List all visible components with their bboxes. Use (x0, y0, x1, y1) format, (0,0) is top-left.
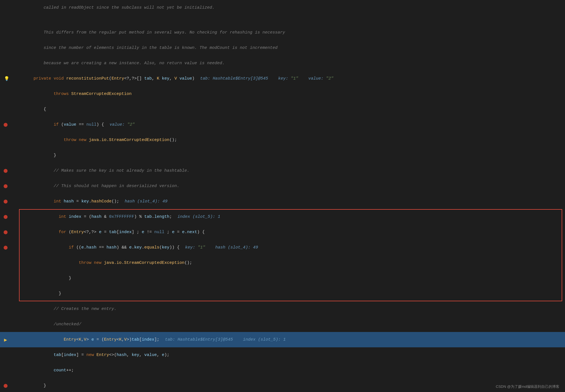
breakpoint-icon-9[interactable] (4, 123, 8, 127)
code-line-10: throw new java.io.StreamCorruptedExcepti… (11, 133, 565, 147)
code-line-8: { (11, 102, 565, 116)
breakpoint-icon-15[interactable] (4, 215, 8, 219)
line-2 (0, 15, 565, 25)
line-15: int index = (hash & 0x7FFFFFFF) % tab.le… (0, 209, 565, 224)
breakpoint-icon-13[interactable] (4, 184, 8, 188)
gutter-icon-16 (0, 230, 11, 234)
code-line-21: // Creates the new entry. (11, 302, 565, 316)
code-line-2 (11, 18, 565, 23)
code-line-7: throws StreamCorruptedException (11, 87, 565, 101)
code-line-16: for (Entry<?,?> e = tab[index] ; e != nu… (11, 225, 565, 239)
code-line-24: tab[index] = new Entry<>(hash, key, valu… (11, 348, 565, 362)
line-11: } (0, 148, 565, 163)
line-26: } (0, 378, 565, 392)
gutter-icon-6: 💡 (0, 76, 11, 82)
line-24: tab[index] = new Entry<>(hash, key, valu… (0, 347, 565, 363)
code-line-20: } (11, 286, 565, 301)
line-1: called in readObject since the subclass … (0, 0, 565, 15)
code-line-13: // This should not happen in deserialize… (11, 179, 565, 193)
line-12: // Makes sure the key is not already in … (0, 163, 565, 178)
code-line-6: private void reconstitutionPut(Entry<?,?… (11, 71, 565, 86)
line-8: { (0, 102, 565, 117)
line-23: ▶ Entry<K,V> e = (Entry<K,V>)tab[index];… (0, 332, 565, 347)
line-3: This differs from the regular put method… (0, 25, 565, 40)
code-line-18: throw new java.io.StreamCorruptedExcepti… (11, 256, 565, 270)
code-line-14: int hash = key.hashCode();hash (slot_4):… (11, 194, 565, 209)
code-line-15: int index = (hash & 0x7FFFFFFF) % tab.le… (11, 210, 565, 224)
editor-container: called in readObject since the subclass … (0, 0, 565, 392)
gutter-icon-14 (0, 200, 11, 204)
line-17: if ((e.hash == hash) && e.key.equals(key… (0, 240, 565, 255)
breakpoint-icon-26[interactable] (4, 384, 8, 388)
line-19: } (0, 271, 565, 286)
line-6: 💡 private void reconstitutionPut(Entry<?… (0, 71, 565, 86)
code-line-23: Entry<K,V> e = (Entry<K,V>)tab[index];ta… (11, 333, 565, 347)
red-box-container: int index = (hash & 0x7FFFFFFF) % tab.le… (0, 209, 565, 301)
line-5: because we are creating a new instance. … (0, 56, 565, 71)
breakpoint-icon-12[interactable] (4, 169, 8, 173)
code-line-22: /unchecked/ (11, 317, 565, 331)
code-line-12: // Makes sure the key is not already in … (11, 164, 565, 178)
breakpoint-icon-14[interactable] (4, 200, 8, 204)
code-line-1: called in readObject since the subclass … (11, 1, 565, 15)
breakpoint-icon-16[interactable] (4, 230, 8, 234)
gutter-icon-23: ▶ (0, 337, 11, 343)
watermark: CSDN @为了媛md编辑器到自己的博客 (496, 384, 559, 389)
code-line-5: because we are creating a new instance. … (11, 56, 565, 70)
code-line-4: since the number of elements initially i… (11, 41, 565, 55)
code-line-26: } (11, 379, 565, 392)
line-20: } (0, 286, 565, 301)
line-13: // This should not happen in deserialize… (0, 178, 565, 194)
line-22: /unchecked/ (0, 317, 565, 332)
line-10: throw new java.io.StreamCorruptedExcepti… (0, 132, 565, 148)
code-line-19: } (11, 271, 565, 285)
gutter-icon-17 (0, 246, 11, 250)
code-line-11: } (11, 148, 565, 162)
code-area: called in readObject since the subclass … (0, 0, 565, 392)
code-line-25: count++; (11, 363, 565, 377)
line-4: since the number of elements initially i… (0, 40, 565, 56)
line-16: for (Entry<?,?> e = tab[index] ; e != nu… (0, 224, 565, 240)
gutter-icon-9 (0, 123, 11, 127)
line-7: throws StreamCorruptedException (0, 86, 565, 102)
gutter-icon-26 (0, 384, 11, 388)
gutter-icon-15 (0, 215, 11, 219)
line-18: throw new java.io.StreamCorruptedExcepti… (0, 255, 565, 271)
line-14: int hash = key.hashCode();hash (slot_4):… (0, 194, 565, 209)
code-line-9: if (value == null) {value: "2" (11, 118, 565, 132)
line-9: if (value == null) {value: "2" (0, 117, 565, 132)
gutter-icon-13 (0, 184, 11, 188)
gutter-icon-12 (0, 169, 11, 173)
code-line-17: if ((e.hash == hash) && e.key.equals(key… (11, 240, 565, 255)
line-21: // Creates the new entry. (0, 301, 565, 317)
code-line-3: This differs from the regular put method… (11, 25, 565, 40)
breakpoint-icon-17[interactable] (4, 246, 8, 250)
line-25: count++; (0, 363, 565, 378)
